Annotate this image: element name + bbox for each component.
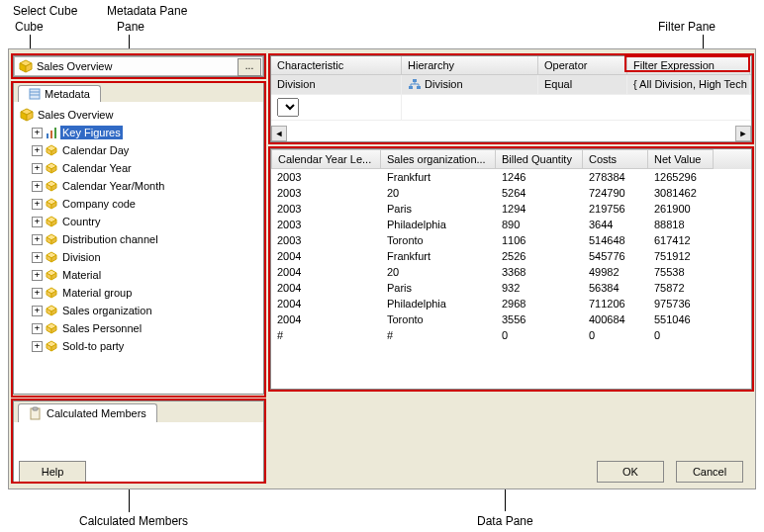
- scroll-left-button[interactable]: ◄: [271, 126, 287, 141]
- data-row[interactable]: 2004Toronto3556400684551046: [271, 311, 751, 327]
- expander-icon[interactable]: +: [32, 288, 43, 299]
- data-cell: 2003: [271, 232, 381, 248]
- expander-icon[interactable]: +: [32, 217, 43, 227]
- filter-header-cell[interactable]: Filter Expression: [627, 56, 750, 74]
- data-cell: 2003: [271, 185, 381, 201]
- tree-item[interactable]: + Calendar Year/Month: [18, 177, 259, 195]
- expander-icon[interactable]: +: [32, 145, 43, 156]
- expander-icon[interactable]: +: [32, 323, 43, 334]
- data-cell: 3081462: [648, 185, 714, 201]
- data-cell: 219756: [583, 201, 648, 217]
- data-cell: Philadelphia: [381, 296, 496, 311]
- data-header-cell[interactable]: Costs: [583, 149, 648, 169]
- tree-item[interactable]: + Sold-to party: [18, 337, 259, 355]
- metadata-tab[interactable]: Metadata: [18, 85, 101, 102]
- svg-rect-8: [413, 79, 417, 82]
- expander-icon[interactable]: +: [32, 163, 43, 174]
- annotation-select-cube: Select Cube: [13, 4, 77, 18]
- tree-item-label: Calendar Day: [60, 143, 131, 157]
- tree-item[interactable]: + Sales Personnel: [18, 319, 259, 337]
- data-row[interactable]: 2003Frankfurt12462783841265296: [271, 169, 751, 185]
- data-cell: 932: [496, 280, 583, 296]
- data-header-cell[interactable]: Calendar Year Le...: [271, 149, 381, 169]
- filter-placeholder[interactable]: [271, 95, 402, 120]
- svg-rect-7: [33, 407, 38, 410]
- calc-tab-label: Calculated Members: [47, 407, 146, 419]
- data-row[interactable]: 2003Toronto1106514648617412: [271, 232, 751, 248]
- expander-icon[interactable]: +: [32, 181, 43, 192]
- metadata-tab-label: Metadata: [45, 88, 90, 100]
- tree-item-label: Sales organization: [60, 304, 154, 317]
- data-cell: 1246: [496, 169, 583, 185]
- scroll-right-button[interactable]: ►: [735, 126, 751, 141]
- filter-header-cell[interactable]: Operator: [538, 56, 627, 74]
- data-cell: 890: [496, 217, 583, 232]
- data-pane: Calendar Year Le...Sales organization...…: [270, 148, 752, 390]
- data-cell: 3368: [496, 264, 583, 280]
- data-header-cell[interactable]: Billed Quantity: [496, 149, 583, 169]
- data-cell: 2004: [271, 311, 381, 327]
- data-cell: #: [271, 327, 381, 343]
- data-row[interactable]: 2004Frankfurt2526545776751912: [271, 248, 751, 264]
- tree-root[interactable]: Sales Overview: [18, 106, 259, 124]
- tree-item[interactable]: + Country: [18, 213, 259, 230]
- data-cell: 2003: [271, 217, 381, 232]
- data-row[interactable]: 20042033684998275538: [271, 264, 751, 280]
- expander-icon[interactable]: +: [32, 199, 43, 210]
- data-cell: 20: [381, 264, 496, 280]
- data-row[interactable]: ##000: [271, 327, 751, 343]
- cube-selector-field[interactable]: Sales Overview: [14, 56, 263, 76]
- data-cell: 514648: [583, 232, 648, 248]
- tree-item[interactable]: + Distribution channel: [18, 230, 259, 248]
- data-row[interactable]: 2003Paris1294219756261900: [271, 201, 751, 217]
- tree-item-label: Country: [60, 215, 103, 228]
- filter-header-cell[interactable]: Characteristic: [271, 56, 402, 74]
- data-header-cell[interactable]: Net Value: [648, 149, 714, 169]
- filter-cell: Equal: [538, 75, 627, 94]
- expander-icon[interactable]: +: [32, 128, 43, 138]
- tree-item[interactable]: + Calendar Day: [18, 141, 259, 159]
- expander-icon[interactable]: +: [32, 270, 43, 281]
- svg-rect-5: [54, 128, 56, 138]
- data-header-cell[interactable]: Sales organization...: [381, 149, 496, 169]
- svg-rect-9: [409, 86, 413, 89]
- expander-icon[interactable]: +: [32, 341, 43, 352]
- data-row[interactable]: 20032052647247903081462: [271, 185, 751, 201]
- help-button[interactable]: Help: [19, 461, 86, 483]
- data-row[interactable]: 2004Philadelphia2968711206975736: [271, 296, 751, 311]
- annotation-calculated-members: Calculated Members: [79, 514, 188, 528]
- tree-item[interactable]: + Calendar Year: [18, 159, 259, 177]
- cube-browse-button[interactable]: ...: [238, 58, 261, 76]
- data-cell: 261900: [648, 201, 714, 217]
- filter-header-cell[interactable]: Hierarchy: [402, 56, 538, 74]
- dimension-icon: [45, 286, 58, 300]
- data-cell: 2003: [271, 169, 381, 185]
- tree-item-key-figures[interactable]: + Key Figures: [18, 124, 259, 141]
- cancel-button[interactable]: Cancel: [676, 461, 743, 483]
- data-cell: 551046: [648, 311, 714, 327]
- filter-row[interactable]: Division Division Equal { All Division, …: [271, 75, 751, 95]
- filter-placeholder-row[interactable]: [271, 95, 751, 121]
- data-cell: 2526: [496, 248, 583, 264]
- data-cell: 2968: [496, 296, 583, 311]
- expander-icon[interactable]: +: [32, 252, 43, 263]
- metadata-tree[interactable]: Sales Overview + Key Figures + Calendar …: [14, 102, 263, 391]
- tree-item[interactable]: + Material: [18, 266, 259, 284]
- svg-rect-0: [30, 89, 40, 99]
- tree-item[interactable]: + Sales organization: [18, 302, 259, 319]
- expander-icon[interactable]: +: [32, 306, 43, 316]
- tree-item[interactable]: + Company code: [18, 195, 259, 213]
- ok-button[interactable]: OK: [597, 461, 664, 483]
- hierarchy-icon: [408, 79, 422, 91]
- data-cell: 711206: [583, 296, 648, 311]
- calc-tab[interactable]: Calculated Members: [18, 403, 157, 422]
- data-cell: 2003: [271, 201, 381, 217]
- dimension-icon: [45, 161, 58, 175]
- expander-icon[interactable]: +: [32, 234, 43, 245]
- data-cell: 751912: [648, 248, 714, 264]
- tree-item[interactable]: + Material group: [18, 284, 259, 302]
- data-row[interactable]: 2003Philadelphia890364488818: [271, 217, 751, 232]
- cube-icon: [20, 108, 34, 122]
- tree-item[interactable]: + Division: [18, 248, 259, 266]
- data-row[interactable]: 2004Paris9325638475872: [271, 280, 751, 296]
